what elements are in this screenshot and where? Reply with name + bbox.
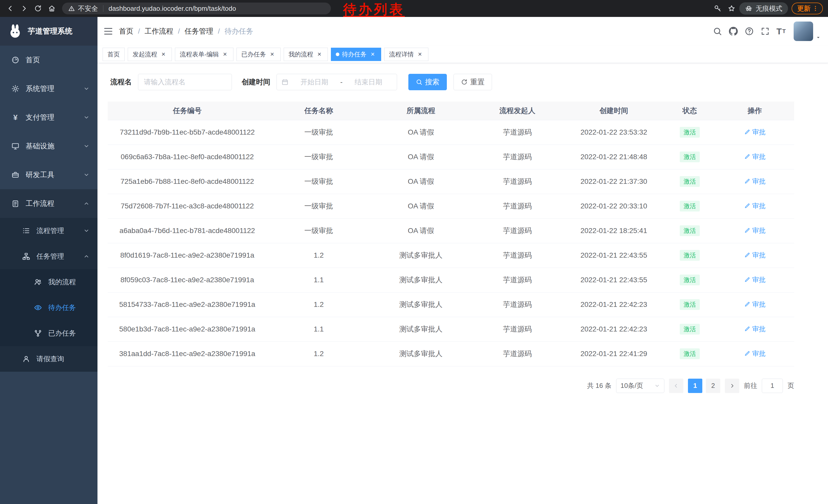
- page-size-select[interactable]: 10条/页: [616, 379, 664, 393]
- tab-label: 发起流程: [133, 50, 157, 58]
- sidebar-item-payment[interactable]: ¥支付管理: [0, 103, 97, 132]
- prev-page-button[interactable]: [669, 379, 683, 393]
- sidebar-item-dev-tools[interactable]: 研发工具: [0, 161, 97, 189]
- search-icon: [416, 79, 422, 85]
- approve-action[interactable]: 审批: [744, 251, 766, 260]
- home-icon[interactable]: [46, 2, 58, 15]
- approve-action[interactable]: 审批: [744, 300, 766, 309]
- sidebar-item-home[interactable]: 首页: [0, 46, 97, 74]
- cell-process: OA 请假: [371, 169, 471, 194]
- star-icon[interactable]: [726, 2, 738, 15]
- cell-created: 2022-01-21 22:42:23: [564, 317, 664, 341]
- sidebar-item-my-process[interactable]: 我的流程: [0, 269, 97, 295]
- tab-close-icon[interactable]: ×: [160, 51, 167, 58]
- tab-process-detail[interactable]: 流程详情×: [384, 48, 428, 61]
- edit-icon: [744, 301, 750, 307]
- tab-close-icon[interactable]: ×: [221, 51, 229, 58]
- user-avatar[interactable]: [794, 21, 821, 41]
- next-page-button[interactable]: [725, 379, 739, 393]
- cell-created: 2022-01-22 21:37:30: [564, 169, 664, 194]
- sidebar-item-leave-query[interactable]: 请假查询: [0, 346, 97, 372]
- sidebar-item-system[interactable]: 系统管理: [0, 74, 97, 103]
- tab-my-process[interactable]: 我的流程×: [284, 48, 328, 61]
- sidebar-item-task-mgmt[interactable]: 任务管理: [0, 243, 97, 269]
- status-badge: 激活: [680, 176, 700, 187]
- cell-name: 1.1: [267, 317, 371, 341]
- end-date-placeholder: 结束日期: [345, 78, 392, 87]
- tab-form-edit[interactable]: 流程表单-编辑×: [175, 48, 234, 61]
- cell-name: 一级审批: [267, 120, 371, 145]
- table-row: 580e1b3d-7ac8-11ec-a9e2-a2380e71991a1.1测…: [108, 317, 794, 341]
- cell-created: 2022-01-22 18:25:41: [564, 218, 664, 243]
- sidebar-item-todo-task[interactable]: 待办任务: [0, 295, 97, 320]
- sidebar-item-label: 已办任务: [48, 329, 90, 338]
- cell-action: 审批: [715, 268, 794, 292]
- cell-name: 一级审批: [267, 145, 371, 169]
- hamburger-icon[interactable]: [97, 27, 119, 36]
- tab-todo-task[interactable]: 待办任务×: [331, 48, 381, 61]
- address-divider: [103, 5, 104, 12]
- key-icon[interactable]: [711, 2, 724, 15]
- page-1-button[interactable]: 1: [688, 379, 702, 393]
- sidebar-item-infrastructure[interactable]: 基础设施: [0, 132, 97, 161]
- goto-page-value: 1: [771, 382, 774, 390]
- breadcrumb-item[interactable]: 工作流程: [145, 27, 173, 36]
- cell-action: 审批: [715, 243, 794, 268]
- tab-close-icon[interactable]: ×: [416, 51, 423, 58]
- tab-close-icon[interactable]: ×: [316, 51, 323, 58]
- approve-action[interactable]: 审批: [744, 226, 766, 235]
- breadcrumb-item[interactable]: 首页: [119, 27, 133, 36]
- github-icon[interactable]: [726, 23, 741, 39]
- font-size-icon[interactable]: TT: [773, 23, 789, 39]
- process-name-input[interactable]: 请输入流程名: [138, 74, 232, 90]
- sidebar-item-done-task[interactable]: 已办任务: [0, 320, 97, 346]
- refresh-icon[interactable]: [32, 2, 44, 15]
- tab-close-icon[interactable]: ×: [268, 51, 276, 58]
- approve-action[interactable]: 审批: [744, 275, 766, 284]
- update-button[interactable]: 更新: [792, 3, 823, 14]
- date-range-picker[interactable]: 开始日期 - 结束日期: [277, 74, 397, 90]
- forward-icon[interactable]: [18, 2, 30, 15]
- cell-name: 1.1: [267, 268, 371, 292]
- logo-image: [8, 24, 23, 39]
- cell-starter: 芋道源码: [471, 268, 564, 292]
- table-row: 725a1eb6-7b88-11ec-8ef0-acde48001122一级审批…: [108, 169, 794, 194]
- back-icon[interactable]: [4, 2, 16, 15]
- page-2-button[interactable]: 2: [706, 379, 720, 393]
- cell-starter: 芋道源码: [471, 243, 564, 268]
- chevron-down-icon: [83, 143, 90, 149]
- search-button[interactable]: 搜索: [408, 74, 447, 90]
- tab-start-process[interactable]: 发起流程×: [128, 48, 172, 61]
- tab-done-task[interactable]: 已办任务×: [237, 48, 281, 61]
- cell-action: 审批: [715, 292, 794, 317]
- edit-icon: [744, 203, 750, 209]
- sidebar: 芋道管理系统 首页系统管理¥支付管理基础设施研发工具工作流程流程管理任务管理我的…: [0, 17, 97, 504]
- breadcrumb-item[interactable]: 任务管理: [185, 27, 213, 36]
- goto-page-input[interactable]: 1: [762, 379, 783, 393]
- address-bar[interactable]: 不安全 dashboard.yudao.iocoder.cn/bpm/task/…: [62, 3, 331, 14]
- approve-action[interactable]: 审批: [744, 152, 766, 161]
- approve-action[interactable]: 审批: [744, 201, 766, 211]
- help-icon[interactable]: [741, 23, 757, 39]
- cell-status: 激活: [664, 341, 715, 366]
- tab-label: 流程表单-编辑: [180, 50, 219, 58]
- tab-close-icon[interactable]: ×: [369, 51, 376, 58]
- filter-bar: 流程名 请输入流程名 创建时间 开始日期 - 结束日期 搜索 重置: [110, 74, 794, 90]
- tab-home[interactable]: 首页: [102, 48, 125, 61]
- approve-action[interactable]: 审批: [744, 128, 766, 137]
- search-icon[interactable]: [709, 23, 726, 39]
- active-tab-dot: [336, 53, 339, 56]
- incognito-spy-icon: [745, 5, 753, 12]
- sidebar-item-process-mgmt[interactable]: 流程管理: [0, 218, 97, 243]
- app-logo[interactable]: 芋道管理系统: [0, 17, 97, 46]
- total-count: 共 16 条: [587, 381, 612, 390]
- approve-action[interactable]: 审批: [744, 325, 766, 333]
- cell-created: 2022-01-21 22:41:29: [564, 341, 664, 366]
- sidebar-item-workflow[interactable]: 工作流程: [0, 189, 97, 218]
- cell-status: 激活: [664, 169, 715, 194]
- cell-id: 73211d9d-7b9b-11ec-b5b7-acde48001122: [108, 120, 267, 145]
- reset-button[interactable]: 重置: [454, 74, 492, 90]
- fullscreen-icon[interactable]: [757, 23, 773, 39]
- approve-action[interactable]: 审批: [744, 349, 766, 358]
- approve-action[interactable]: 审批: [744, 177, 766, 186]
